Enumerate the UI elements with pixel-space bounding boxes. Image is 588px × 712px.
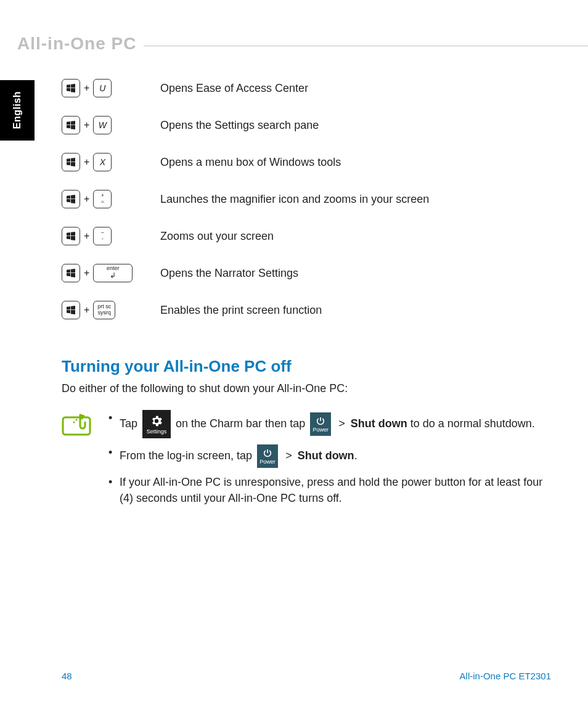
shortcut-desc: Zooms out your screen xyxy=(160,230,274,243)
footer-model: All-in-One PC ET2301 xyxy=(460,671,551,681)
header-rule xyxy=(144,46,588,46)
shortcut-desc: Opens the Narrator Settings xyxy=(160,267,298,280)
step-item: From the log-in screen, tap Power > Shut… xyxy=(108,444,551,468)
power-icon-label: Power xyxy=(312,427,329,433)
language-tab: English xyxy=(0,80,35,141)
plus-icon: + xyxy=(84,157,89,168)
plus-icon: + xyxy=(84,194,89,205)
section-intro: Do either of the following to shut down … xyxy=(62,382,551,395)
shortcut-keys: + enter↲ xyxy=(62,264,160,282)
shortcut-row: + X Opens a menu box of Windows tools xyxy=(62,151,551,173)
language-label: English xyxy=(12,91,23,129)
touch-gesture-icon xyxy=(62,410,96,512)
settings-icon-label: Settings xyxy=(147,429,167,435)
shortcut-row: + −- Zooms out your screen xyxy=(62,225,551,247)
plus-icon: + xyxy=(84,231,89,242)
key-u: U xyxy=(93,79,112,97)
shortcut-keys: + += xyxy=(62,190,160,208)
shortcut-keys: + U xyxy=(62,79,160,97)
shutdown-steps: Tap Settings on the Charm bar then tap P… xyxy=(108,410,551,512)
windows-key-icon xyxy=(62,264,80,282)
svg-point-2 xyxy=(73,422,75,424)
page-footer: 48 All-in-One PC ET2301 xyxy=(62,671,551,681)
shut-down-label: Shut down xyxy=(351,417,407,430)
key-minus: −- xyxy=(93,227,112,245)
header-title: All-in-One PC xyxy=(0,34,144,54)
shortcut-desc: Enables the print screen function xyxy=(160,304,322,317)
section-heading: Turning your All-in-One PC off xyxy=(62,357,551,376)
shortcut-keys: + −- xyxy=(62,227,160,245)
windows-key-icon xyxy=(62,116,80,134)
step-text: From the log-in screen, tap xyxy=(120,449,255,462)
shut-down-label: Shut down xyxy=(298,449,354,462)
windows-key-icon xyxy=(62,190,80,208)
shortcut-row: + += Launches the magnifier icon and zoo… xyxy=(62,188,551,210)
windows-key-icon xyxy=(62,79,80,97)
shutdown-steps-block: Tap Settings on the Charm bar then tap P… xyxy=(62,410,551,512)
shortcut-desc: Opens a menu box of Windows tools xyxy=(160,156,341,169)
shortcut-row: + prt scsysrq Enables the print screen f… xyxy=(62,299,551,321)
shortcut-row: + W Opens the Settings search pane xyxy=(62,114,551,136)
key-prtsc: prt scsysrq xyxy=(93,301,115,319)
shortcut-keys: + prt scsysrq xyxy=(62,301,160,319)
step-text: If your All-in-One PC is unresponsive, p… xyxy=(120,476,542,504)
step-text: Tap xyxy=(120,417,141,430)
settings-charm-icon: Settings xyxy=(142,410,171,438)
shortcut-keys: + X xyxy=(62,153,160,171)
page-header: All-in-One PC xyxy=(0,35,588,53)
power-icon: Power xyxy=(257,444,278,468)
power-icon: Power xyxy=(310,412,331,436)
svg-point-1 xyxy=(76,419,78,421)
windows-key-icon xyxy=(62,153,80,171)
shortcut-desc: Opens Ease of Access Center xyxy=(160,82,308,95)
windows-key-icon xyxy=(62,227,80,245)
step-text: to do a normal shutdown. xyxy=(407,417,535,430)
step-item: If your All-in-One PC is unresponsive, p… xyxy=(108,474,551,506)
plus-icon: + xyxy=(84,120,89,131)
chevron-text: > xyxy=(285,449,295,462)
shortcut-desc: Opens the Settings search pane xyxy=(160,119,319,132)
key-w: W xyxy=(93,116,112,134)
plus-icon: + xyxy=(84,83,89,94)
plus-icon: + xyxy=(84,305,89,316)
key-enter: enter↲ xyxy=(93,264,133,282)
step-text: . xyxy=(354,449,357,462)
step-item: Tap Settings on the Charm bar then tap P… xyxy=(108,410,551,438)
page-number: 48 xyxy=(62,671,72,681)
windows-key-icon xyxy=(62,301,80,319)
shortcut-row: + enter↲ Opens the Narrator Settings xyxy=(62,262,551,284)
power-icon-label: Power xyxy=(259,459,276,465)
shortcut-keys: + W xyxy=(62,116,160,134)
step-text: on the Charm bar then tap xyxy=(176,417,308,430)
shortcut-row: + U Opens Ease of Access Center xyxy=(62,77,551,99)
chevron-text: > xyxy=(338,417,348,430)
page-content: + U Opens Ease of Access Center + W Open… xyxy=(62,77,551,512)
key-plus-equals: += xyxy=(93,190,112,208)
key-x: X xyxy=(93,153,112,171)
plus-icon: + xyxy=(84,268,89,279)
shortcut-desc: Launches the magnifier icon and zooms in… xyxy=(160,193,429,206)
